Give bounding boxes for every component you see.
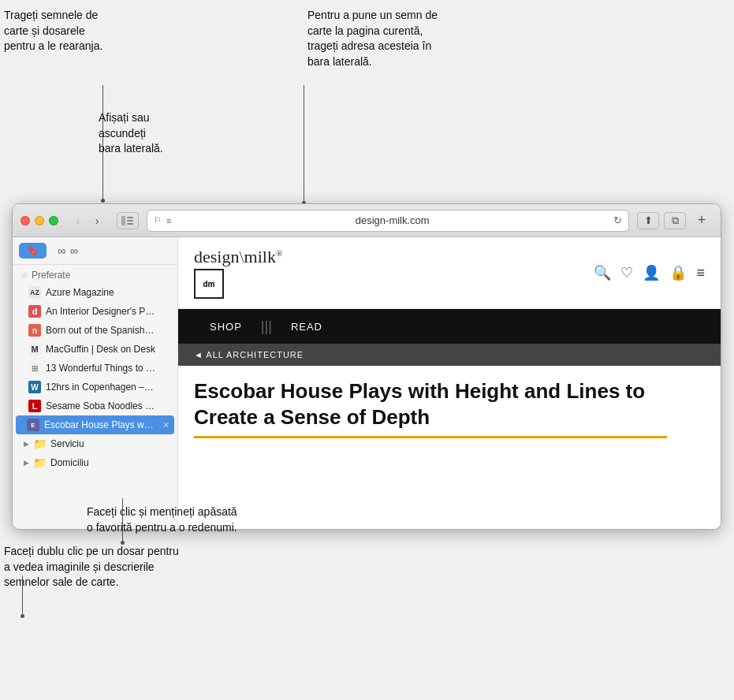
title-bar: ‹ › ⚐ ≡ design-milk.com ↻ ⬆ ⧉ + — [13, 204, 721, 237]
bookmark-azure-label: Azure Magazine — [46, 287, 114, 298]
annotation-top-right: Pentru a pune un semn de carte la pagina… — [307, 8, 489, 69]
menu-icon[interactable]: ≡ — [696, 265, 705, 281]
bookmark-wonderful[interactable]: ⊞ 13 Wonderful Things to Do... — [13, 359, 177, 378]
favorites-section: ☆ Preferate — [13, 265, 177, 283]
nav-arrows: ‹ › — [69, 212, 106, 229]
article-section: ◄ ALL ARCHITECTURE Escobar House Plays w… — [178, 344, 721, 454]
bookmark-macguffin-label: MacGuffin | Desk on Desk — [46, 344, 155, 355]
close-button[interactable] — [20, 216, 30, 225]
annotation-rename: Faceți clic și mențineți apăsată o favor… — [87, 505, 284, 535]
annotation-folder: Faceți dublu clic pe un dosar pentru a v… — [4, 544, 205, 590]
folder-serviciu[interactable]: ▶ 📁 Serviciu — [13, 434, 177, 453]
bookmark-born[interactable]: n Born out of the Spanish re... — [13, 321, 177, 340]
site-header-icons: 🔍 ♡ 👤 🔒 ≡ — [594, 264, 705, 281]
bookmark-interior[interactable]: d An Interior Designer's Pict... — [13, 302, 177, 321]
reading-list-tab[interactable]: ∞ ∞ — [50, 242, 87, 259]
site-logo-icon: dm — [194, 269, 224, 299]
annotation-arrow-4 — [22, 575, 23, 615]
annotation-dot-1 — [101, 199, 105, 203]
bookmark-born-label: Born out of the Spanish re... — [46, 325, 156, 336]
security-icon: ⚐ — [154, 215, 162, 225]
address-text: design-milk.com — [176, 214, 609, 226]
tabs-button[interactable]: ⧉ — [664, 212, 686, 229]
breadcrumb-bar[interactable]: ◄ ALL ARCHITECTURE — [178, 344, 721, 366]
sidebar-toggle-button[interactable] — [117, 212, 139, 229]
wonderful-icon: ⊞ — [28, 362, 41, 374]
toolbar-right: ⬆ ⧉ + — [637, 212, 713, 229]
svg-rect-0 — [121, 216, 125, 225]
bookmark-wonderful-label: 13 Wonderful Things to Do... — [46, 363, 156, 374]
folder-domiciliu-arrow: ▶ — [24, 459, 29, 467]
sidebar-tabs: 🔖 ∞ ∞ — [13, 237, 177, 265]
escobar-icon: E — [27, 419, 39, 431]
annotation-dot-4 — [20, 614, 24, 618]
bookmark-macguffin[interactable]: M MacGuffin | Desk on Desk — [13, 340, 177, 359]
share-button[interactable]: ⬆ — [637, 212, 659, 229]
minimize-button[interactable] — [35, 216, 44, 225]
site-header: design\milk® dm 🔍 ♡ 👤 🔒 ≡ — [178, 237, 721, 309]
cart-icon[interactable]: 🔒 — [669, 264, 687, 281]
bookmark-escobar-close[interactable]: ✕ — [162, 420, 170, 430]
account-icon[interactable]: 👤 — [643, 264, 660, 281]
wishlist-icon[interactable]: ♡ — [620, 264, 633, 281]
nav-divider: ||| — [261, 318, 272, 335]
forward-button[interactable]: › — [88, 212, 106, 229]
bookmark-escobar-label: Escobar House Plays with | — [44, 419, 155, 430]
address-bar[interactable]: ⚐ ≡ design-milk.com ↻ — [147, 210, 629, 232]
search-icon[interactable]: 🔍 — [594, 264, 611, 281]
annotation-arrow-3 — [122, 498, 123, 542]
bookmark-azure[interactable]: AZ Azure Magazine — [13, 283, 177, 302]
folder-serviciu-label: Serviciu — [50, 438, 84, 449]
traffic-lights — [20, 216, 58, 225]
sidebar: 🔖 ∞ ∞ ☆ Preferate AZ Azure Magazine d An… — [13, 237, 178, 529]
bookmark-sesame[interactable]: L Sesame Soba Noodles Rec... — [13, 397, 177, 415]
folder-serviciu-icon: 📁 — [33, 438, 47, 450]
svg-rect-1 — [127, 217, 133, 218]
breadcrumb-text: ◄ ALL ARCHITECTURE — [194, 350, 304, 359]
folder-domiciliu[interactable]: ▶ 📁 Domiciliu — [13, 453, 177, 472]
svg-rect-3 — [127, 223, 133, 225]
bookmarks-tab[interactable]: 🔖 — [19, 243, 47, 259]
annotation-sidebar-toggle: Afișați sau ascundeți bara laterală. — [99, 110, 201, 157]
bookmarks-tab-icon: 🔖 — [27, 245, 39, 256]
site-logo-area: design\milk® dm — [194, 247, 282, 299]
annotation-top-left: Trageți semnele de carte și dosarele pen… — [4, 8, 138, 54]
bookmark-sesame-label: Sesame Soba Noodles Rec... — [46, 400, 156, 411]
folder-domiciliu-icon: 📁 — [33, 456, 47, 469]
browser-window: ‹ › ⚐ ≡ design-milk.com ↻ ⬆ ⧉ + — [12, 203, 721, 530]
bookmark-interior-label: An Interior Designer's Pict... — [46, 306, 156, 317]
sidebar-toggle-icon — [121, 216, 134, 225]
macguffin-icon: M — [28, 343, 41, 356]
favorites-label: Preferate — [32, 270, 70, 281]
bookmark-escobar[interactable]: E Escobar House Plays with | ✕ — [16, 415, 174, 434]
bookmark-copenhagen[interactable]: W 12hrs in Copenhagen – Gui... — [13, 378, 177, 397]
born-icon: n — [28, 324, 41, 337]
main-content: design\milk® dm 🔍 ♡ 👤 🔒 ≡ SHOP ||| — [178, 237, 721, 529]
new-tab-button[interactable]: + — [691, 212, 713, 229]
bookmark-copenhagen-label: 12hrs in Copenhagen – Gui... — [46, 382, 156, 393]
svg-rect-2 — [127, 220, 133, 222]
maximize-button[interactable] — [49, 216, 58, 225]
reload-icon[interactable]: ↻ — [613, 214, 622, 226]
browser-content: 🔖 ∞ ∞ ☆ Preferate AZ Azure Magazine d An… — [13, 237, 721, 529]
annotation-arrow-2 — [304, 85, 304, 202]
back-button[interactable]: ‹ — [69, 212, 87, 229]
azure-icon: AZ — [28, 286, 41, 299]
interior-icon: d — [28, 305, 41, 318]
folder-domiciliu-label: Domiciliu — [50, 457, 89, 468]
nav-read[interactable]: READ — [275, 309, 338, 344]
folder-serviciu-arrow: ▶ — [24, 440, 29, 448]
site-logo-text: design\milk® — [194, 247, 282, 267]
sesame-icon: L — [28, 400, 41, 412]
reader-icon: ≡ — [166, 216, 171, 225]
site-nav: SHOP ||| READ — [178, 309, 721, 344]
star-icon: ☆ — [20, 270, 28, 281]
article-title: Escobar House Plays with Height and Line… — [194, 378, 667, 438]
nav-shop[interactable]: SHOP — [194, 309, 258, 344]
copenhagen-icon: W — [28, 381, 41, 393]
